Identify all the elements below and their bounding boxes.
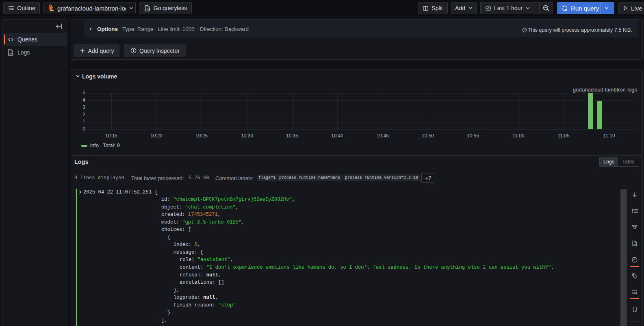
svg-text:LOG: LOG <box>633 243 637 246</box>
svg-text:LOG: LOG <box>145 8 150 11</box>
svg-text:LOG: LOG <box>9 52 14 55</box>
svg-text:}: } <box>635 306 638 312</box>
